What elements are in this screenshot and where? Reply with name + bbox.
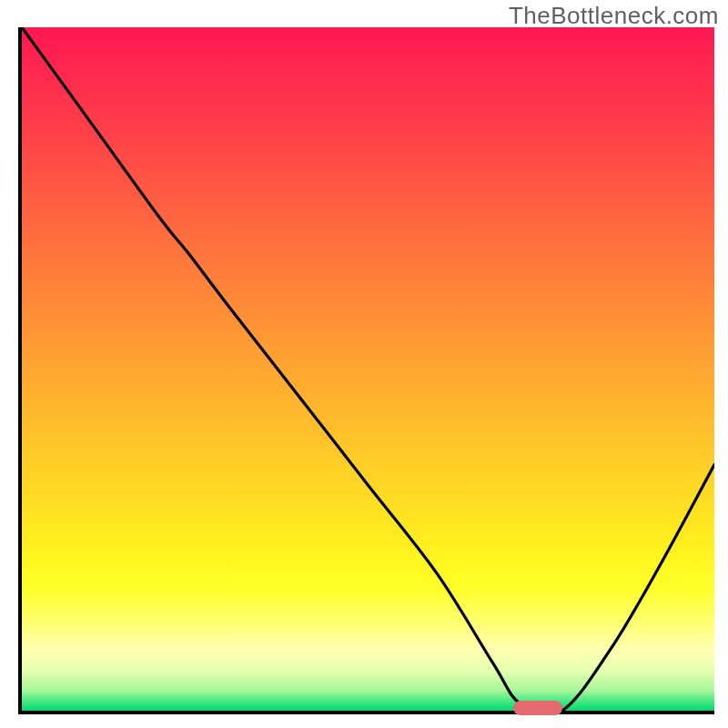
curve-path: [22, 27, 714, 711]
chart-stage: TheBottleneck.com: [0, 0, 728, 728]
optimal-marker: [513, 701, 561, 715]
bottleneck-curve: [22, 27, 714, 711]
watermark-text: TheBottleneck.com: [509, 2, 719, 30]
